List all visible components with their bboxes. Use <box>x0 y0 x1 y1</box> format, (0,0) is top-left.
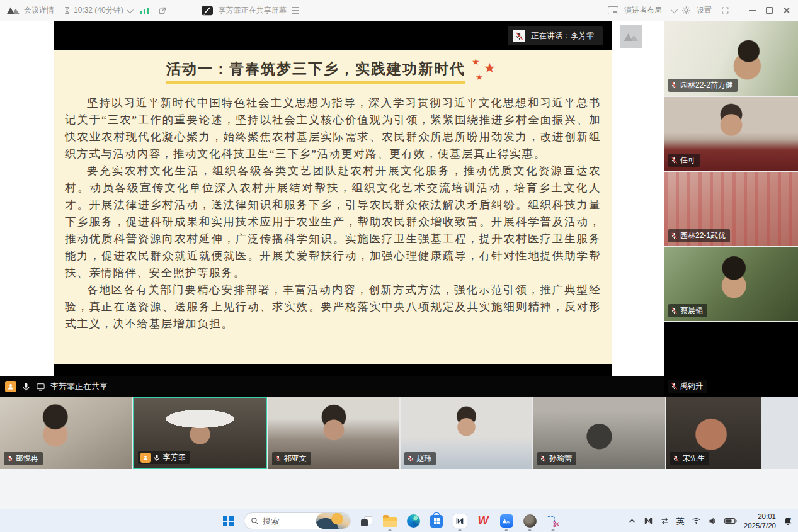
wps-office-button[interactable] <box>476 512 491 530</box>
participant-name: 孙瑜蕾 <box>549 453 572 464</box>
avatar <box>523 514 537 528</box>
wifi-icon[interactable] <box>692 516 701 526</box>
snipping-tool-button[interactable] <box>545 512 561 530</box>
participant-name: 邵悦冉 <box>16 453 38 464</box>
participant-tile[interactable]: 宋先生 <box>666 397 798 469</box>
participant-name-badge: 宋先生 <box>670 452 709 465</box>
edge-browser-button[interactable] <box>406 512 421 530</box>
marktext-app-button[interactable] <box>452 512 467 530</box>
participant-name-badge: 赵玮 <box>404 452 436 465</box>
settings-button[interactable]: 设置 <box>697 5 712 16</box>
participant-tile[interactable]: 赵玮 <box>401 397 532 469</box>
participant-name-badge: 园林22-1武优 <box>668 229 730 242</box>
gear-icon[interactable] <box>681 6 691 15</box>
participant-tile[interactable]: 禹钧升 <box>664 322 798 397</box>
participant-tile[interactable]: 任可 <box>664 97 798 171</box>
data-transfer-icon[interactable] <box>660 516 670 526</box>
participant-name-badge: 禹钧升 <box>668 380 707 393</box>
edge-icon <box>407 514 420 528</box>
timer-icon <box>63 6 71 14</box>
chevron-down-icon[interactable] <box>126 6 133 13</box>
active-speaker-label: 正在讲话：李芳霏 <box>531 31 594 42</box>
tencent-meeting-button[interactable] <box>499 512 514 530</box>
battery-icon[interactable] <box>724 516 737 526</box>
meeting-app-icon <box>500 514 513 528</box>
speaker-icon[interactable] <box>708 516 717 526</box>
meeting-window: 会议详情 10:32 (40分钟) 李芳霏正在共享屏幕 演讲者布局 设置 活动一… <box>0 0 798 532</box>
titlebar: 会议详情 10:32 (40分钟) 李芳霏正在共享屏幕 演讲者布局 设置 <box>0 0 798 21</box>
participant-tile[interactable]: 蔡晨韬 <box>664 247 798 322</box>
hidden-icons-chevron-icon[interactable] <box>627 516 637 526</box>
participant-name: 赵玮 <box>416 453 431 464</box>
participant-name-badge: 园林22-2苗万健 <box>668 79 738 92</box>
search-placeholder: 搜索 <box>263 516 312 527</box>
fullscreen-icon[interactable] <box>721 6 729 14</box>
participant-tile[interactable]: 园林22-2苗万健 <box>664 21 798 96</box>
participant-tile[interactable]: 邵悦冉 <box>0 397 132 469</box>
shared-screen: 活动一：青春筑梦三下乡，实践建功新时代 ★★★ 坚持以习近平新时代中国特色社会主… <box>54 21 612 376</box>
input-language-indicator[interactable]: 英 <box>676 516 685 527</box>
muted-mic-icon <box>671 232 678 239</box>
muted-mic-icon <box>407 455 414 462</box>
file-explorer-button[interactable] <box>382 512 397 530</box>
participant-name: 蔡晨韬 <box>680 305 703 316</box>
participant-tile[interactable]: 祁亚文 <box>268 397 400 469</box>
chevron-down-icon[interactable] <box>671 6 678 13</box>
participant-name-badge: 任可 <box>668 154 700 167</box>
stage: 活动一：青春筑梦三下乡，实践建功新时代 ★★★ 坚持以习近平新时代中国特色社会主… <box>0 21 664 397</box>
participant-name: 园林22-1武优 <box>680 230 726 241</box>
weather-widget-icon[interactable] <box>316 513 350 529</box>
muted-mic-icon <box>513 30 525 42</box>
mic-icon <box>21 382 31 392</box>
presenter-bar: 李芳霏正在共享 <box>0 376 664 397</box>
windows-logo-icon <box>223 516 234 526</box>
meeting-duration[interactable]: 10:32 (40分钟) <box>74 5 123 16</box>
desktop-background <box>0 469 798 509</box>
store-icon <box>430 515 443 528</box>
network-signal-icon[interactable] <box>140 7 149 14</box>
minimize-button[interactable] <box>746 5 758 16</box>
taskbar-app-icons: 搜索 <box>220 509 561 532</box>
system-tray: 英 20:01 2025/7/20 z <box>627 509 793 532</box>
participant-tile-active-speaker[interactable]: 李芳霏 <box>133 397 267 469</box>
popout-icon[interactable] <box>158 6 167 15</box>
windows-taskbar: 搜索 英 20:01 2025/7/20 z <box>0 509 798 532</box>
close-button[interactable] <box>780 5 792 16</box>
participant-tile[interactable]: 孙瑜蕾 <box>533 397 665 469</box>
taskbar-clock[interactable]: 20:01 2025/7/20 <box>744 512 776 531</box>
microsoft-store-button[interactable] <box>429 512 444 530</box>
muted-mic-icon <box>6 455 13 462</box>
participant-tile[interactable]: 园林22-1武优 <box>664 172 798 246</box>
screen-share-icon <box>36 382 45 392</box>
annotation-badge-icon[interactable] <box>201 5 214 16</box>
tray-m-app-icon[interactable] <box>644 516 653 526</box>
participant-name: 宋先生 <box>682 453 705 464</box>
muted-mic-icon <box>540 455 547 462</box>
user-profile-button[interactable] <box>522 512 537 530</box>
wps-logo-icon <box>477 514 490 528</box>
participant-name: 禹钧升 <box>680 381 703 392</box>
meeting-details-button[interactable]: 会议详情 <box>24 5 54 16</box>
active-speaker-toast: 正在讲话：李芳霏 <box>508 26 603 45</box>
participants-sidebar: 园林22-2苗万健 任可 园林22-1武优 蔡晨韬 禹钧升 <box>664 21 798 397</box>
participant-name-badge: 邵悦冉 <box>4 452 43 465</box>
scissors-icon <box>547 515 559 528</box>
slide-paragraph: 坚持以习近平新时代中国特色社会主义思想为指导，深入学习贯彻习近平文化思想和习近平… <box>65 94 601 162</box>
layout-mode-button[interactable]: 演讲者布局 <box>624 5 662 16</box>
notifications-bell-icon[interactable]: z <box>783 516 793 526</box>
muted-mic-icon <box>671 307 678 314</box>
muted-mic-icon <box>671 383 678 390</box>
slide-title: 活动一：青春筑梦三下乡，实践建功新时代 <box>166 59 465 84</box>
start-button[interactable] <box>220 512 236 530</box>
clock-date: 2025/7/20 <box>744 521 776 531</box>
titlebar-right-controls: 演讲者布局 设置 <box>608 5 792 16</box>
participant-name: 李芳霏 <box>163 452 186 463</box>
task-view-button[interactable] <box>359 512 374 530</box>
folder-icon <box>383 517 397 527</box>
share-status-title: 李芳霏正在共享屏幕 <box>219 5 287 16</box>
participant-name: 任可 <box>680 155 695 166</box>
participant-name-badge: 祁亚文 <box>272 452 311 465</box>
maximize-button[interactable] <box>763 5 775 16</box>
menu-icon[interactable] <box>292 7 299 14</box>
search-input[interactable]: 搜索 <box>244 512 351 529</box>
